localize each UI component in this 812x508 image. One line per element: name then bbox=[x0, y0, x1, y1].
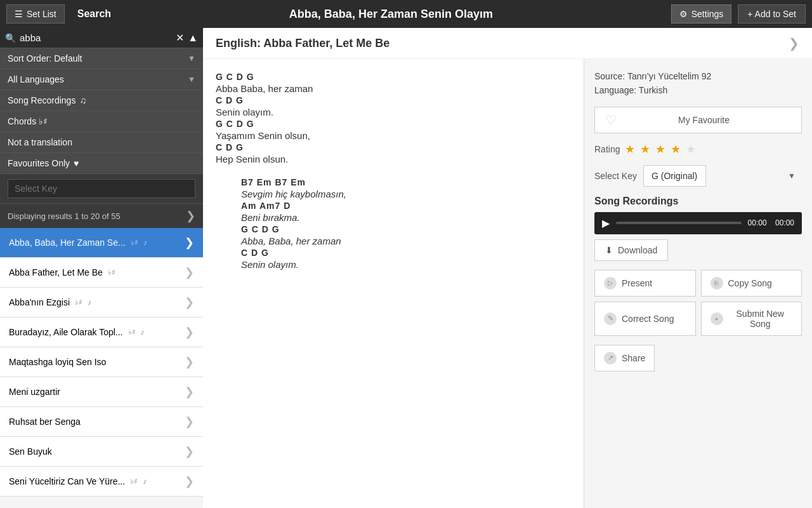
list-item[interactable]: Abba'nın Ezgisi ♭♯ ♪ ❯ bbox=[0, 288, 203, 318]
chord-line: C D G bbox=[216, 95, 571, 105]
not-translation-toggle[interactable]: Not a translation bbox=[0, 131, 203, 152]
chevron-right-icon: ❯ bbox=[185, 325, 194, 339]
audio-icon: ♪ bbox=[143, 477, 147, 486]
lyric-line: Abba Baba, her zaman bbox=[216, 83, 571, 94]
list-item[interactable]: Sen Buyuk ❯ bbox=[0, 437, 203, 467]
chord-line: G C D G bbox=[241, 224, 571, 234]
source-text: Source: Tanrı'yı Yüceltelim 92 bbox=[594, 69, 802, 83]
song-list: Abba, Baba, Her Zaman Se... ♭♯ ♪ ❯ Abba … bbox=[0, 228, 203, 508]
rating-row: Rating ★ ★ ★ ★ ★ bbox=[594, 142, 802, 156]
submit-new-song-button[interactable]: + Submit New Song bbox=[701, 302, 802, 336]
copy-icon: ⎘ bbox=[710, 277, 723, 290]
key-selector-row: Select Key G (Original) A B C D E F bbox=[594, 165, 802, 187]
download-icon: ⬇ bbox=[605, 245, 613, 255]
chevron-right-icon: ❯ bbox=[185, 355, 194, 369]
chord-line: C D G bbox=[241, 248, 571, 258]
chevron-down-icon: ▼ bbox=[188, 54, 195, 63]
chords-toggle[interactable]: Chords ♭♯ bbox=[0, 110, 203, 131]
set-list-button[interactable]: ☰ Set List bbox=[6, 4, 65, 23]
download-button[interactable]: ⬇ Download bbox=[594, 239, 668, 261]
not-translation-label: Not a translation bbox=[8, 137, 72, 147]
music-icon: ♫ bbox=[79, 95, 86, 105]
chord-line: Am Am7 D bbox=[241, 201, 571, 211]
chord-line: G C D G bbox=[216, 72, 571, 82]
favourites-text: Favourites Only bbox=[8, 158, 70, 168]
recordings-section: Song Recordings ▶ 00:00 00:00 ⬇ Download bbox=[594, 196, 802, 261]
list-item[interactable]: Abba, Baba, Her Zaman Se... ♭♯ ♪ ❯ bbox=[0, 228, 203, 258]
chords-icon: ♭♯ bbox=[108, 268, 115, 277]
lyric-line: Senin olayım. bbox=[216, 107, 571, 117]
sort-order-filter[interactable]: Sort Order: Default ▼ bbox=[0, 48, 203, 69]
audio-icon: ♪ bbox=[143, 238, 147, 247]
time-end: 00:00 bbox=[775, 218, 794, 227]
select-key-label: Select Key bbox=[594, 171, 637, 181]
chevron-right-icon: ❯ bbox=[185, 265, 194, 279]
time-start: 00:00 bbox=[748, 218, 767, 227]
share-button[interactable]: ↗ Share bbox=[594, 345, 655, 371]
list-icon: ☰ bbox=[15, 9, 23, 19]
lyric-line: Beni bırakma. bbox=[241, 212, 571, 223]
chords-icon: ♭♯ bbox=[75, 298, 82, 307]
chevron-right-icon: ❯ bbox=[185, 415, 194, 429]
chorus: B7 Em B7 Em Sevgim hiç kaybolmasın, Am A… bbox=[241, 177, 571, 270]
add-to-set-button[interactable]: + Add to Set bbox=[738, 4, 806, 23]
favourites-toggle[interactable]: Favourites Only ♥ bbox=[0, 152, 203, 173]
chevron-right-icon: ❯ bbox=[185, 295, 194, 309]
favourite-button[interactable]: ♡ My Favourite bbox=[594, 107, 802, 133]
correct-song-button[interactable]: ✎ Correct Song bbox=[594, 302, 696, 336]
meta-info: Source: Tanrı'yı Yüceltelim 92 Language:… bbox=[594, 69, 802, 98]
list-item[interactable]: Abba Father, Let Me Be ♭♯ ❯ bbox=[0, 258, 203, 288]
sort-order-label: Sort Order: Default bbox=[8, 53, 82, 64]
star-5[interactable]: ★ bbox=[686, 142, 696, 156]
favourites-label: Favourites Only ♥ bbox=[8, 158, 79, 168]
star-1[interactable]: ★ bbox=[625, 142, 635, 156]
share-icon: ↗ bbox=[604, 352, 617, 364]
content-next-arrow[interactable]: ❯ bbox=[789, 36, 799, 51]
list-item[interactable]: Meni uzgartir ❯ bbox=[0, 377, 203, 407]
language-filter[interactable]: All Languages ▼ bbox=[0, 69, 203, 90]
lyric-line: Senin olayım. bbox=[241, 259, 571, 270]
list-item[interactable]: Maqtashga loyiq Sen Iso ❯ bbox=[0, 347, 203, 377]
present-icon: ▷ bbox=[604, 277, 617, 290]
present-button[interactable]: ▷ Present bbox=[594, 270, 696, 297]
lyrics-pane: G C D G Abba Baba, her zaman C D G Senin… bbox=[203, 59, 584, 508]
search-input[interactable] bbox=[20, 32, 172, 43]
star-2[interactable]: ★ bbox=[640, 142, 650, 156]
song-recordings-toggle[interactable]: Song Recordings ♫ bbox=[0, 90, 203, 110]
star-3[interactable]: ★ bbox=[655, 142, 665, 156]
correct-song-label: Correct Song bbox=[622, 314, 674, 324]
time-display: 00:00 00:00 bbox=[748, 218, 794, 227]
chevron-right-icon: ❯ bbox=[185, 236, 194, 250]
chords-icon: ♭♯ bbox=[128, 328, 136, 337]
lyric-line: Abba, Baba, her zaman bbox=[241, 236, 571, 246]
copy-song-label: Copy Song bbox=[728, 278, 772, 288]
favourite-label: My Favourite bbox=[617, 115, 791, 125]
search-collapse-button[interactable]: ▲ bbox=[188, 32, 198, 44]
content-area: English: Abba Father, Let Me Be ❯ G C D … bbox=[203, 28, 812, 508]
settings-button[interactable]: ⚙ Settings bbox=[671, 4, 732, 23]
audio-icon: ♪ bbox=[88, 298, 91, 307]
play-button[interactable]: ▶ bbox=[602, 217, 610, 229]
list-item[interactable]: Buradayız, Aile Olarak Topl... ♭♯ ♪ ❯ bbox=[0, 318, 203, 347]
progress-bar[interactable] bbox=[616, 222, 742, 224]
present-label: Present bbox=[622, 278, 652, 288]
language-text: Language: Turkish bbox=[594, 83, 802, 97]
next-results-button[interactable]: ❯ bbox=[186, 209, 195, 223]
search-label: Search bbox=[77, 8, 111, 20]
action-buttons: ▷ Present ⎘ Copy Song ✎ Correct Song + S… bbox=[594, 270, 802, 336]
chevron-right-icon: ❯ bbox=[185, 385, 194, 399]
select-key-input[interactable] bbox=[8, 179, 195, 198]
copy-song-button[interactable]: ⎘ Copy Song bbox=[701, 270, 802, 297]
list-item[interactable]: Ruhsat ber Senga ❯ bbox=[0, 407, 203, 437]
list-item[interactable]: Seni Yüceltiriz Can Ve Yüre... ♭♯ ♪ ❯ bbox=[0, 467, 203, 497]
star-4[interactable]: ★ bbox=[671, 142, 681, 156]
song-recordings-text: Song Recordings bbox=[8, 95, 75, 105]
chord-line: C D G bbox=[216, 142, 571, 152]
audio-icon: ♪ bbox=[141, 328, 145, 337]
correct-icon: ✎ bbox=[604, 312, 617, 325]
submit-new-song-label: Submit New Song bbox=[728, 309, 793, 329]
key-select[interactable]: G (Original) A B C D E F bbox=[643, 165, 706, 187]
search-clear-button[interactable]: ✕ bbox=[176, 32, 184, 44]
main-layout: 🔍 ✕ ▲ Sort Order: Default ▼ All Language… bbox=[0, 28, 812, 508]
verse-1: G C D G Abba Baba, her zaman C D G Senin… bbox=[216, 72, 571, 164]
